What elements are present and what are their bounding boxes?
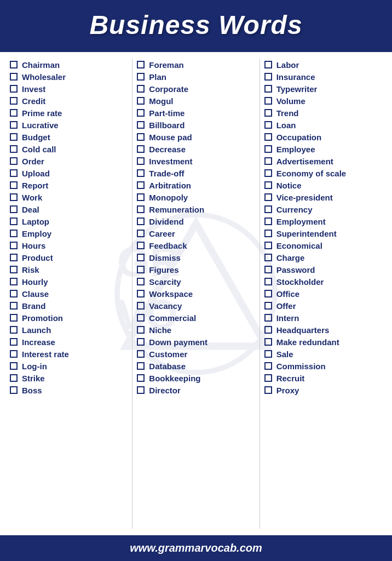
list-item: Volume bbox=[262, 95, 384, 107]
word-label: Chairman bbox=[22, 60, 60, 70]
list-item: Trend bbox=[262, 107, 384, 119]
list-item: Economy of scale bbox=[262, 167, 384, 179]
list-item: Strike bbox=[8, 372, 130, 384]
checkbox-icon bbox=[264, 121, 272, 129]
word-label: Database bbox=[149, 362, 186, 371]
word-label: Trend bbox=[276, 108, 299, 118]
word-label: Increase bbox=[22, 337, 55, 347]
list-item: Investment bbox=[135, 155, 257, 167]
word-label: Wholesaler bbox=[22, 72, 66, 82]
checkbox-icon bbox=[137, 314, 145, 322]
list-item: Economical bbox=[262, 239, 384, 251]
checkbox-icon bbox=[137, 302, 145, 310]
word-label: Commercial bbox=[149, 313, 196, 323]
checkbox-icon bbox=[137, 205, 145, 213]
word-label: Typewriter bbox=[276, 84, 318, 94]
list-item: Loan bbox=[262, 119, 384, 131]
checkbox-icon bbox=[264, 326, 272, 334]
list-item: Office bbox=[262, 288, 384, 300]
word-label: Recruit bbox=[276, 374, 305, 383]
checkbox-icon bbox=[10, 157, 18, 165]
checkbox-icon bbox=[137, 169, 145, 177]
checkbox-icon bbox=[10, 230, 18, 237]
list-item: Database bbox=[135, 360, 257, 372]
checkbox-icon bbox=[264, 338, 272, 346]
list-item: Launch bbox=[8, 324, 130, 336]
word-label: Vacancy bbox=[149, 301, 182, 311]
checkbox-icon bbox=[264, 374, 272, 382]
word-label: Commission bbox=[276, 362, 326, 371]
word-label: Investment bbox=[149, 157, 192, 166]
column-1: ChairmanWholesalerInvestCreditPrime rate… bbox=[5, 59, 132, 529]
list-item: Plan bbox=[135, 71, 257, 83]
list-item: Employ bbox=[8, 227, 130, 239]
list-item: Charge bbox=[262, 251, 384, 264]
checkbox-icon bbox=[264, 362, 272, 370]
word-label: Arbitration bbox=[149, 181, 191, 190]
list-item: Scarcity bbox=[135, 276, 257, 288]
list-item: Decrease bbox=[135, 143, 257, 155]
list-item: Offer bbox=[262, 300, 384, 312]
list-item: Headquarters bbox=[262, 324, 384, 336]
checkbox-icon bbox=[264, 242, 272, 249]
list-item: Upload bbox=[8, 167, 130, 179]
checkbox-icon bbox=[137, 109, 145, 117]
word-label: Scarcity bbox=[149, 277, 181, 287]
checkbox-icon bbox=[264, 145, 272, 153]
list-item: Deal bbox=[8, 203, 130, 215]
word-label: Hours bbox=[22, 241, 45, 250]
checkbox-icon bbox=[137, 181, 145, 189]
list-item: Hourly bbox=[8, 276, 130, 288]
list-item: Typewriter bbox=[262, 83, 384, 95]
word-label: Hourly bbox=[22, 277, 48, 287]
list-item: Invest bbox=[8, 83, 130, 95]
word-label: Lucrative bbox=[22, 121, 59, 130]
checkbox-icon bbox=[264, 73, 272, 81]
checkbox-icon bbox=[137, 133, 145, 141]
checkbox-icon bbox=[10, 85, 18, 93]
checkbox-icon bbox=[137, 374, 145, 382]
list-item: Advertisement bbox=[262, 155, 384, 167]
word-label: Bookkeeping bbox=[149, 374, 200, 383]
main-content: GR VO ChairmanWholesalerInvestCreditPrim… bbox=[0, 52, 392, 535]
word-label: Superintendent bbox=[276, 229, 337, 238]
word-label: Password bbox=[276, 265, 315, 274]
list-item: Figures bbox=[135, 264, 257, 276]
checkbox-icon bbox=[264, 157, 272, 165]
checkbox-icon bbox=[137, 386, 145, 394]
checkbox-icon bbox=[10, 109, 18, 117]
word-label: Volume bbox=[276, 96, 305, 106]
list-item: Product bbox=[8, 251, 130, 264]
list-item: Down payment bbox=[135, 336, 257, 348]
word-label: Mouse pad bbox=[149, 133, 192, 142]
checkbox-icon bbox=[10, 217, 18, 225]
checkbox-icon bbox=[264, 61, 272, 68]
checkbox-icon bbox=[137, 350, 145, 358]
checkbox-icon bbox=[264, 266, 272, 273]
list-item: Arbitration bbox=[135, 179, 257, 191]
word-label: Promotion bbox=[22, 313, 63, 323]
list-item: Remuneration bbox=[135, 203, 257, 215]
checkbox-icon bbox=[137, 193, 145, 201]
list-item: Dismiss bbox=[135, 251, 257, 264]
list-item: Proxy bbox=[262, 384, 384, 396]
list-item: Order bbox=[8, 155, 130, 167]
list-item: Boss bbox=[8, 384, 130, 396]
checkbox-icon bbox=[10, 362, 18, 370]
checkbox-icon bbox=[264, 386, 272, 394]
checkbox-icon bbox=[10, 181, 18, 189]
page-header: Business Words bbox=[0, 0, 392, 52]
word-label: Sale bbox=[276, 350, 293, 359]
checkbox-icon bbox=[137, 230, 145, 237]
list-item: Prime rate bbox=[8, 107, 130, 119]
word-label: Corporate bbox=[149, 84, 188, 94]
word-label: Part-time bbox=[149, 108, 185, 118]
word-label: Make redundant bbox=[276, 337, 339, 347]
list-item: Insurance bbox=[262, 71, 384, 83]
checkbox-icon bbox=[264, 181, 272, 189]
list-item: Laptop bbox=[8, 215, 130, 227]
checkbox-icon bbox=[10, 314, 18, 322]
word-label: Occupation bbox=[276, 133, 322, 142]
column-2: ForemanPlanCorporateMogulPart-timeBillbo… bbox=[132, 59, 260, 529]
checkbox-icon bbox=[10, 386, 18, 394]
